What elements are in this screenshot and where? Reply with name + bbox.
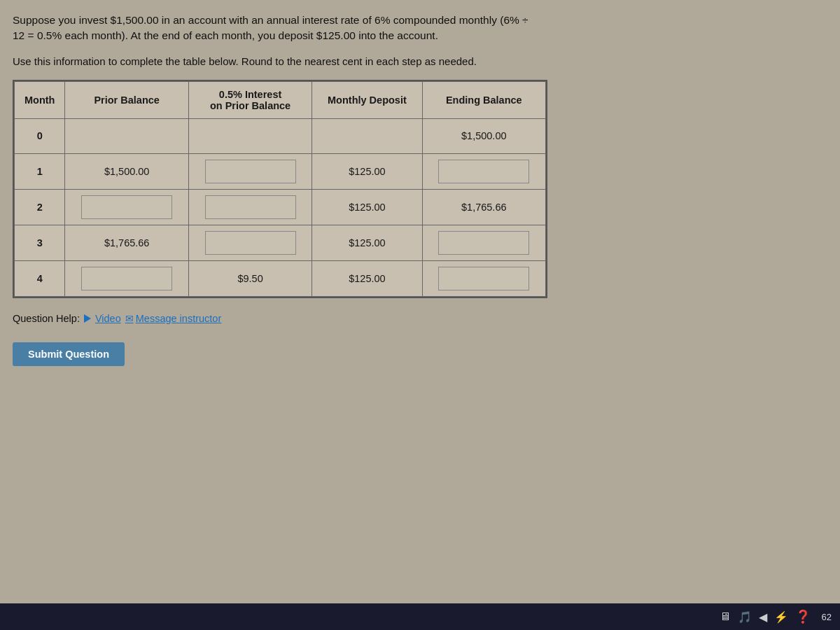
taskbar-icon-lightning: ⚡ xyxy=(774,610,788,624)
table-row: 0$1,500.00 xyxy=(15,118,546,153)
cell-prior-balance-1: $1,500.00 xyxy=(65,153,188,189)
cell-monthly-deposit-0 xyxy=(312,118,422,153)
cell-prior-balance-2[interactable] xyxy=(65,189,188,225)
cell-interest-1[interactable] xyxy=(188,153,312,189)
value-monthly-deposit-2: $125.00 xyxy=(349,202,385,213)
taskbar: 🖥 🎵 ◀ ⚡ ❓ 62 xyxy=(0,603,840,630)
table-header-row: Month Prior Balance 0.5% Interest on Pri… xyxy=(15,81,546,118)
value-monthly-deposit-1: $125.00 xyxy=(349,166,385,177)
question-help-section: Question Help: Video ✉ Message instructo… xyxy=(13,313,827,324)
cell-month-1: 1 xyxy=(15,153,65,189)
cell-ending-balance-0: $1,500.00 xyxy=(422,118,545,153)
cell-interest-2[interactable] xyxy=(188,189,312,225)
input-interest-3[interactable] xyxy=(205,231,296,255)
input-prior-balance-2[interactable] xyxy=(81,195,172,219)
cell-prior-balance-3: $1,765.66 xyxy=(65,225,188,260)
cell-ending-balance-4[interactable] xyxy=(422,260,545,296)
table-container: Month Prior Balance 0.5% Interest on Pri… xyxy=(13,80,547,298)
input-prior-balance-4[interactable] xyxy=(81,267,172,290)
taskbar-icon-monitor: 🖥 xyxy=(720,610,731,623)
intro-line1: Suppose you invest $1,500.00 in an accou… xyxy=(13,13,827,44)
taskbar-icon-arrow: ◀ xyxy=(759,610,767,624)
input-ending-balance-4[interactable] xyxy=(438,267,529,290)
taskbar-icons: 🖥 🎵 ◀ ⚡ ❓ xyxy=(720,609,811,624)
message-link[interactable]: ✉ Message instructor xyxy=(125,313,222,324)
cell-month-4: 4 xyxy=(15,260,65,296)
cell-interest-3[interactable] xyxy=(188,225,312,260)
col-header-monthly-deposit: Monthly Deposit xyxy=(312,81,422,118)
value-prior-balance-1: $1,500.00 xyxy=(104,166,150,177)
value-monthly-deposit-4: $125.00 xyxy=(349,273,385,284)
cell-interest-4: $9.50 xyxy=(188,260,312,296)
cell-ending-balance-2: $1,765.66 xyxy=(422,189,545,225)
col-header-month: Month xyxy=(15,81,65,118)
mail-icon: ✉ xyxy=(125,313,134,324)
value-ending-balance-2: $1,765.66 xyxy=(461,202,507,213)
data-table: Month Prior Balance 0.5% Interest on Pri… xyxy=(14,81,546,297)
play-icon xyxy=(84,314,91,323)
input-ending-balance-1[interactable] xyxy=(438,160,529,183)
table-row: 3$1,765.66$125.00 xyxy=(15,225,546,260)
video-label: Video xyxy=(95,313,121,324)
cell-monthly-deposit-3: $125.00 xyxy=(312,225,422,260)
message-label: Message instructor xyxy=(136,313,222,324)
col-header-ending-balance: Ending Balance xyxy=(422,81,545,118)
col-header-interest: 0.5% Interest on Prior Balance xyxy=(188,81,312,118)
value-monthly-deposit-3: $125.00 xyxy=(349,237,385,248)
cell-interest-0 xyxy=(188,118,312,153)
table-row: 2$125.00$1,765.66 xyxy=(15,189,546,225)
value-ending-balance-0: $1,500.00 xyxy=(461,130,507,141)
cell-month-3: 3 xyxy=(15,225,65,260)
col-header-prior-balance: Prior Balance xyxy=(65,81,188,118)
cell-monthly-deposit-1: $125.00 xyxy=(312,153,422,189)
taskbar-clock: 62 xyxy=(822,612,832,622)
cell-ending-balance-1[interactable] xyxy=(422,153,545,189)
intro-paragraph: Suppose you invest $1,500.00 in an accou… xyxy=(13,13,827,67)
table-row: 1$1,500.00$125.00 xyxy=(15,153,546,189)
cell-prior-balance-4[interactable] xyxy=(65,260,188,296)
cell-monthly-deposit-4: $125.00 xyxy=(312,260,422,296)
video-link[interactable]: Video xyxy=(84,313,121,324)
input-ending-balance-3[interactable] xyxy=(438,231,529,255)
instruction-text: Use this information to complete the tab… xyxy=(13,55,827,67)
taskbar-icon-question: ❓ xyxy=(795,609,811,624)
cell-month-0: 0 xyxy=(15,118,65,153)
cell-month-2: 2 xyxy=(15,189,65,225)
cell-monthly-deposit-2: $125.00 xyxy=(312,189,422,225)
cell-prior-balance-0 xyxy=(65,118,188,153)
question-help-label: Question Help: xyxy=(13,313,80,324)
submit-button[interactable]: Submit Question xyxy=(13,342,125,366)
input-interest-1[interactable] xyxy=(205,160,296,183)
input-interest-2[interactable] xyxy=(205,195,296,219)
taskbar-icon-music: 🎵 xyxy=(738,610,752,624)
table-row: 4$9.50$125.00 xyxy=(15,260,546,296)
value-prior-balance-3: $1,765.66 xyxy=(104,237,150,248)
value-interest-4: $9.50 xyxy=(237,273,262,284)
cell-ending-balance-3[interactable] xyxy=(422,225,545,260)
